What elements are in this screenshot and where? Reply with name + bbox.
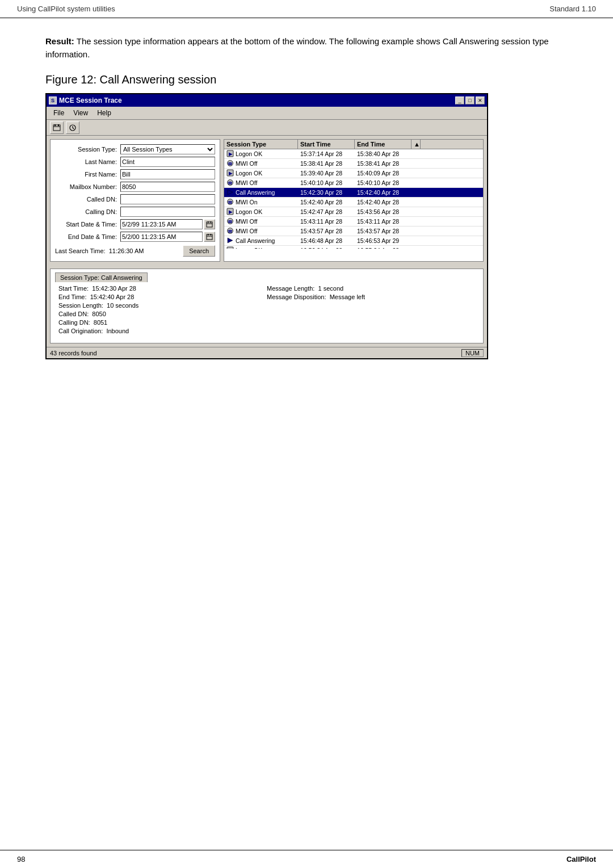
detail-message-length-label: Message Length: [267, 285, 314, 292]
svg-marker-23 [228, 190, 233, 195]
session-start-cell: 15:40:10 Apr 28 [298, 179, 355, 187]
svg-rect-1 [54, 124, 56, 126]
session-list-header: Session Type Start Time End Time ▲ [224, 140, 483, 149]
svg-text:☎: ☎ [228, 220, 233, 224]
session-row[interactable]: ☎MWI On15:42:40 Apr 2815:42:40 Apr 28 [224, 198, 483, 207]
last-name-label: Last Name: [55, 158, 120, 165]
detail-calling-dn-value: 8051 [94, 319, 107, 326]
session-icon: ☎ [226, 198, 234, 206]
menu-file[interactable]: File [49, 108, 69, 118]
minimize-button[interactable]: _ [455, 97, 464, 104]
detail-area: Session Type: Call Answering Start Time:… [47, 269, 487, 347]
svg-text:☎: ☎ [228, 200, 233, 204]
end-date-row: End Date & Time: [55, 232, 215, 242]
svg-text:☎: ☎ [228, 229, 233, 233]
session-end-cell: 16:55:24 Apr 28 [355, 246, 412, 249]
detail-start-time-value: 15:42:30 Apr 28 [92, 285, 136, 292]
col-header-session-type: Session Type [224, 140, 298, 149]
end-date-picker-button[interactable] [204, 232, 215, 242]
footer-brand: CallPilot [566, 855, 596, 863]
session-start-cell: 16:56:24 Apr 28 [298, 246, 355, 249]
session-type-cell: ☎MWI Off [224, 227, 298, 236]
session-row[interactable]: Call Answering15:46:48 Apr 2815:46:53 Ap… [224, 236, 483, 246]
last-name-input[interactable] [120, 157, 215, 167]
session-row[interactable]: ☎MWI Off15:40:10 Apr 2815:40:10 Apr 28 [224, 178, 483, 188]
detail-called-dn-label: Called DN: [58, 311, 89, 317]
session-icon [226, 188, 234, 196]
calling-dn-input[interactable] [120, 207, 215, 217]
session-type-cell: Call Answering [224, 188, 298, 197]
col-header-end-time: End Time [355, 140, 412, 149]
session-row[interactable]: ☎MWI Off15:43:11 Apr 2815:43:11 Apr 28 [224, 217, 483, 227]
session-row[interactable]: ☎MWI Off15:38:41 Apr 2815:38:41 Apr 28 [224, 159, 483, 169]
header-left: Using CallPilot system utilities [17, 5, 115, 13]
session-list-panel: Session Type Start Time End Time ▲ ▶Logo… [224, 139, 484, 262]
menu-view[interactable]: View [69, 108, 93, 118]
session-type-label: Session Type: [55, 146, 120, 153]
svg-marker-32 [228, 238, 233, 243]
mailbox-row: Mailbox Number: [55, 182, 215, 192]
session-type-select[interactable]: All Session Types [120, 144, 215, 154]
calling-dn-label: Calling DN: [55, 208, 120, 215]
called-dn-input[interactable] [120, 194, 215, 204]
called-dn-label: Called DN: [55, 196, 120, 203]
session-start-cell: 15:43:57 Apr 28 [298, 227, 355, 235]
figure-title: Figure 12: Call Answering session [45, 73, 568, 86]
svg-rect-8 [208, 221, 209, 223]
detail-end-time-value: 15:42:40 Apr 28 [90, 293, 135, 300]
maximize-button[interactable]: □ [465, 97, 475, 104]
last-search-label: Last Search Time: [55, 248, 106, 254]
window-title: MCE Session Trace [59, 97, 122, 104]
toolbar-btn-2[interactable] [66, 121, 79, 134]
last-search-row: Last Search Time: 11:26:30 AM Search [55, 245, 215, 257]
called-dn-row: Called DN: [55, 194, 215, 204]
start-date-picker-button[interactable] [204, 219, 215, 229]
svg-rect-13 [211, 234, 212, 236]
session-row[interactable]: ▶Logon OK15:37:14 Apr 2815:38:40 Apr 28 [224, 149, 483, 159]
session-icon: ☎ [226, 217, 234, 225]
search-button[interactable]: Search [183, 245, 215, 257]
detail-start-time-label: Start Time: [58, 285, 89, 292]
mce-session-trace-window: S MCE Session Trace _ □ ✕ File View Help [45, 93, 488, 359]
session-row[interactable]: ▶Logon OK15:42:47 Apr 2815:43:56 Apr 28 [224, 207, 483, 217]
session-start-cell: 15:43:11 Apr 28 [298, 217, 355, 225]
detail-tab: Session Type: Call Answering [55, 272, 148, 282]
first-name-input[interactable] [120, 169, 215, 179]
session-type-cell: ▶Logon OK [224, 169, 298, 178]
search-panel: Session Type: All Session Types Last Nam… [50, 139, 220, 262]
last-search-time: 11:26:30 AM [109, 248, 179, 254]
session-end-cell: 15:40:10 Apr 28 [355, 179, 412, 187]
close-button[interactable]: ✕ [476, 97, 485, 104]
mailbox-label: Mailbox Number: [55, 183, 120, 190]
session-type-cell: ☎MWI Off [224, 217, 298, 226]
detail-called-dn: Called DN: 8050 [58, 311, 267, 317]
detail-calling-dn: Calling DN: 8051 [58, 319, 267, 326]
detail-call-origination: Call Origination: Inbound [58, 328, 267, 334]
mailbox-input[interactable] [120, 182, 215, 192]
session-end-cell: 15:42:40 Apr 28 [355, 188, 412, 196]
page-header: Using CallPilot system utilities Standar… [0, 0, 613, 18]
svg-text:▶: ▶ [229, 152, 233, 157]
svg-rect-11 [207, 234, 212, 240]
first-name-row: First Name: [55, 169, 215, 179]
session-end-cell: 15:38:41 Apr 28 [355, 160, 412, 167]
session-row[interactable]: Call Answering15:42:30 Apr 2815:42:40 Ap… [224, 188, 483, 198]
session-row[interactable]: ▶Logon OK16:56:24 Apr 2816:55:24 Apr 28 [224, 246, 483, 249]
svg-rect-7 [207, 222, 212, 227]
window-body: Session Type: All Session Types Last Nam… [47, 136, 487, 265]
session-start-cell: 15:38:41 Apr 28 [298, 160, 355, 167]
detail-end-time-label: End Time: [58, 293, 87, 300]
session-row[interactable]: ☎MWI Off15:43:57 Apr 2815:43:57 Apr 28 [224, 227, 483, 236]
page-number: 98 [17, 855, 25, 863]
session-list-body[interactable]: ▶Logon OK15:37:14 Apr 2815:38:40 Apr 28☎… [224, 149, 483, 249]
svg-text:▶: ▶ [229, 171, 233, 176]
session-row[interactable]: ▶Logon OK15:39:40 Apr 2815:40:09 Apr 28 [224, 169, 483, 178]
session-type-cell: ▶Logon OK [224, 207, 298, 216]
session-icon: ☎ [226, 160, 234, 167]
session-end-cell: 15:43:56 Apr 28 [355, 208, 412, 216]
svg-rect-12 [208, 234, 209, 236]
start-date-input[interactable] [120, 219, 203, 229]
menu-help[interactable]: Help [93, 108, 116, 118]
end-date-input[interactable] [120, 232, 203, 242]
toolbar-btn-1[interactable] [50, 121, 64, 134]
